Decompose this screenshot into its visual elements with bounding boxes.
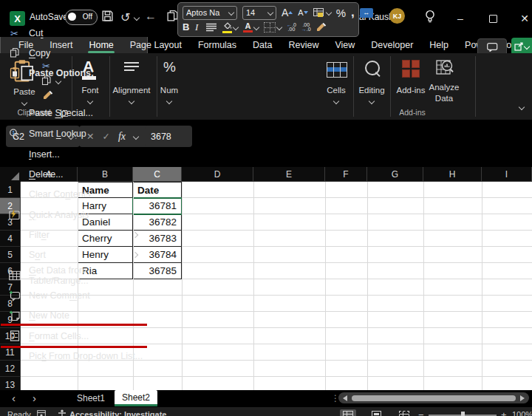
cells-group-icon bbox=[327, 62, 347, 78]
gridline bbox=[367, 182, 368, 390]
editing-group-label[interactable]: Editing bbox=[358, 86, 384, 95]
table-icon bbox=[8, 269, 21, 282]
formula-value: 3678 bbox=[151, 132, 171, 142]
sheet-tab-sheet1[interactable]: Sheet1 bbox=[68, 390, 114, 406]
column-header-i[interactable]: I bbox=[482, 167, 532, 182]
menu-item-clear-contents[interactable]: Clear Contents bbox=[1, 184, 147, 204]
italic-button[interactable]: I bbox=[195, 21, 201, 33]
sheet-tab-sheet2[interactable]: Sheet2 bbox=[115, 390, 157, 406]
format-painter-icon[interactable] bbox=[316, 22, 327, 33]
formula-input[interactable]: 3678 bbox=[145, 126, 192, 147]
comment-bubble-icon bbox=[487, 43, 498, 52]
menu-item-smart-lookup[interactable]: Smart Lookup bbox=[1, 123, 147, 143]
alignment-group-label[interactable]: Alignment bbox=[112, 86, 150, 95]
column-header-h[interactable]: H bbox=[423, 167, 482, 182]
menu-item-copy[interactable]: Copy bbox=[1, 43, 147, 63]
comma-style-button[interactable]: , bbox=[351, 5, 355, 20]
normal-view-button[interactable] bbox=[340, 409, 356, 416]
zoom-slider-thumb[interactable] bbox=[461, 412, 465, 416]
menu-item-label: New Comment bbox=[29, 290, 90, 301]
ribbon-tab-help[interactable]: Help bbox=[421, 37, 457, 53]
menu-item-label: Format Cells... bbox=[29, 331, 89, 341]
menu-item-paste-special[interactable]: Paste Special... bbox=[1, 103, 147, 123]
column-header-f[interactable]: F bbox=[325, 167, 367, 182]
font-color-button[interactable]: A bbox=[243, 21, 259, 33]
macro-record-icon[interactable] bbox=[37, 410, 46, 416]
menu-item-format-cells[interactable]: Format Cells... bbox=[1, 326, 147, 346]
menu-item-quick-analysis[interactable]: Quick Analysis bbox=[1, 205, 147, 225]
prev-sheet-icon[interactable]: ‹ bbox=[12, 392, 16, 404]
sheet-tab-bar: ‹ › Sheet1Sheet2 ⋮ bbox=[0, 390, 532, 406]
increase-decimal-button[interactable]: .00→.0 bbox=[301, 23, 311, 32]
analyze-data-label-1[interactable]: Analyze bbox=[429, 83, 460, 92]
analyze-data-icon[interactable] bbox=[436, 59, 454, 81]
ribbon-tab-formulas[interactable]: Formulas bbox=[190, 37, 245, 53]
ribbon-tab-data[interactable]: Data bbox=[245, 37, 280, 53]
column-header-d[interactable]: D bbox=[182, 167, 253, 182]
zoom-in-button[interactable]: + bbox=[501, 409, 507, 416]
ribbon-tab-review[interactable]: Review bbox=[280, 37, 327, 53]
borders-lines-icon[interactable] bbox=[206, 23, 217, 32]
column-header-e[interactable]: E bbox=[253, 167, 325, 182]
cells-group-chevron-icon[interactable] bbox=[333, 98, 339, 104]
percent-style-button[interactable]: % bbox=[336, 7, 346, 19]
merge-center-button[interactable]: ↔ bbox=[360, 8, 373, 18]
menu-item-label: Pick From Drop-down List... bbox=[29, 351, 143, 361]
font-size-select[interactable]: 14 bbox=[242, 6, 276, 20]
cells-group-label[interactable]: Cells bbox=[327, 86, 346, 95]
scissors-icon: ✂ bbox=[8, 27, 21, 39]
add-ins-icon[interactable] bbox=[402, 60, 420, 78]
borders-button[interactable] bbox=[264, 22, 282, 33]
bold-button[interactable]: B bbox=[183, 21, 190, 33]
font-name-select[interactable]: Aptos Na bbox=[183, 6, 237, 20]
redo-back-icon[interactable]: ← bbox=[145, 10, 157, 23]
menu-item-paste-options[interactable]: Paste Options: bbox=[1, 63, 147, 83]
new-note-icon bbox=[8, 309, 21, 321]
add-ins-label[interactable]: Add-ins bbox=[397, 86, 426, 95]
number-group-label[interactable]: Num bbox=[160, 86, 178, 95]
zoom-level[interactable]: 100% bbox=[512, 410, 532, 416]
mini-toolbar: Aptos Na 14 A A % , ↔ B I bbox=[177, 2, 359, 37]
menu-item-new-comment[interactable]: New Comment bbox=[1, 285, 147, 305]
font-group-label[interactable]: Font bbox=[81, 86, 98, 95]
format-painter-ribbon-icon[interactable] bbox=[43, 90, 54, 103]
maximize-button[interactable] bbox=[482, 10, 504, 27]
minimize-button[interactable]: – bbox=[449, 10, 471, 27]
analyze-data-label-2[interactable]: Data bbox=[435, 94, 453, 103]
undo-dropdown-icon[interactable] bbox=[134, 15, 140, 21]
horizontal-scrollbar-thumb[interactable] bbox=[352, 395, 516, 401]
menu-item-delete[interactable]: Delete... bbox=[1, 164, 147, 184]
close-button[interactable]: ✕ bbox=[514, 10, 532, 27]
menu-item-pick-from-drop-down-list[interactable]: Pick From Drop-down List... bbox=[1, 346, 147, 366]
menu-item-filter[interactable]: Filter bbox=[1, 225, 147, 245]
zoom-out-button[interactable]: − bbox=[418, 409, 424, 416]
format-as-table-button[interactable] bbox=[313, 8, 331, 18]
page-layout-view-button[interactable] bbox=[368, 409, 384, 416]
scroll-left-icon[interactable] bbox=[343, 395, 347, 401]
avatar[interactable]: KJ bbox=[389, 8, 405, 24]
collapse-ribbon-icon[interactable] bbox=[519, 104, 525, 110]
number-group-chevron-icon[interactable] bbox=[166, 98, 172, 104]
editing-group-icon bbox=[365, 61, 380, 75]
column-header-g[interactable]: G bbox=[367, 167, 423, 182]
menu-item-new-note[interactable]: New Note bbox=[1, 305, 147, 325]
horizontal-scrollbar[interactable] bbox=[338, 392, 529, 403]
grow-font-button[interactable]: A bbox=[282, 7, 293, 18]
menu-item-get-data-from-table-range[interactable]: Get Data from Table/Range... bbox=[1, 265, 147, 285]
menu-item-label: Sort bbox=[29, 250, 46, 260]
menu-item-insert[interactable]: Insert... bbox=[1, 144, 147, 164]
ribbon-tab-developer[interactable]: Developer bbox=[363, 37, 421, 53]
fill-color-button[interactable] bbox=[222, 21, 238, 33]
shrink-font-button[interactable]: A bbox=[298, 8, 307, 17]
scroll-right-icon[interactable] bbox=[520, 395, 525, 401]
menu-item-sort[interactable]: Sort bbox=[1, 245, 147, 265]
next-sheet-icon[interactable]: › bbox=[33, 392, 36, 404]
lightbulb-icon[interactable] bbox=[423, 9, 437, 28]
add-ins-group-label: Add-ins bbox=[399, 108, 426, 117]
ribbon-tab-view[interactable]: View bbox=[327, 37, 363, 53]
accessibility-status[interactable]: Accessibility: Investigate bbox=[69, 410, 166, 416]
menu-item-cut[interactable]: ✂Cut bbox=[1, 23, 147, 43]
page-break-view-button[interactable] bbox=[396, 409, 412, 416]
decrease-decimal-button[interactable]: ←.0.00 bbox=[287, 23, 296, 32]
editing-group-chevron-icon[interactable] bbox=[369, 98, 375, 104]
